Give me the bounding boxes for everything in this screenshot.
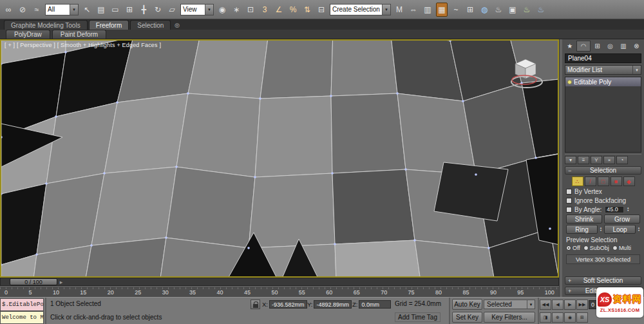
make-unique-icon[interactable]: Y [591, 156, 602, 164]
ignore-backfacing-row[interactable]: Ignore Backfacing [566, 196, 640, 204]
snap-toggle-3d-icon[interactable]: 3 [259, 3, 270, 17]
polygon-mode-icon[interactable]: ■ [611, 176, 622, 186]
by-angle-row[interactable]: By Angle: 45.0 [566, 205, 640, 213]
key-mode-dropdown[interactable]: Selected [484, 300, 535, 309]
pin-stack-icon[interactable]: ▾ [565, 156, 576, 164]
motion-tab-icon[interactable]: ◎ [604, 41, 616, 52]
spinner-snap-icon[interactable]: ⇅ [301, 3, 313, 17]
material-editor-icon[interactable]: ◍ [478, 3, 490, 17]
transport-button-0[interactable]: ◀◀ [540, 300, 551, 310]
vertex-mode-icon[interactable]: ∴ [572, 176, 583, 186]
x-value[interactable]: -936.582mm [269, 300, 307, 309]
x-coordinate-field[interactable]: X: -936.582mm [262, 300, 307, 309]
modify-tab-icon[interactable]: ◠ [576, 41, 590, 52]
selection-region-icon[interactable]: ▭ [109, 3, 121, 17]
select-scale-icon[interactable]: ▱ [166, 3, 178, 17]
ring-button[interactable]: Ring [566, 225, 598, 234]
radio-icon[interactable] [566, 245, 571, 251]
radio-icon[interactable] [612, 245, 618, 251]
angle-value-field[interactable]: 45.0 [605, 206, 624, 213]
keyboard-override-icon[interactable]: ⊡ [245, 3, 256, 17]
time-slider[interactable]: 0 / 100 [0, 278, 559, 286]
select-by-name-icon[interactable]: ▤ [95, 3, 107, 17]
nav-button-1[interactable]: ⊕ [552, 312, 564, 323]
percent-snap-icon[interactable]: % [287, 3, 299, 17]
z-coordinate-field[interactable]: Z: 0.0mm [352, 300, 391, 309]
window-crossing-icon[interactable]: ⊞ [124, 3, 135, 17]
ribbon-tab-graphite-modeling-tools[interactable]: Graphite Modeling Tools [4, 20, 88, 30]
nav-button-2[interactable]: ◉ [564, 312, 576, 323]
grow-button[interactable]: Grow [604, 214, 640, 224]
transport-button-2[interactable]: ▶ [564, 300, 576, 310]
add-time-tag[interactable]: Add Time Tag [395, 312, 440, 322]
ribbon-tab-freeform[interactable]: Freeform [89, 20, 129, 30]
modifier-stack[interactable]: Editable Poly [565, 77, 641, 153]
time-slider-next-icon[interactable] [57, 278, 65, 285]
time-slider-handle[interactable]: 0 / 100 [10, 278, 57, 285]
track-bar[interactable]: 0510152025303540455055606570758085909510… [0, 286, 559, 297]
viewport-label[interactable]: [ + ] [ Perspective ] [ Smooth + Highlig… [5, 42, 161, 48]
viewport[interactable]: [ + ] [ Perspective ] [ Smooth + Highlig… [0, 39, 559, 278]
render-iterative-icon[interactable]: ♨ [535, 3, 547, 17]
edge-mode-icon[interactable]: / [585, 176, 596, 186]
select-manipulate-icon[interactable]: ∗ [231, 3, 242, 17]
radio-icon[interactable] [583, 245, 589, 251]
create-tab-icon[interactable]: ★ [564, 41, 576, 52]
border-mode-icon[interactable]: □ [598, 176, 609, 186]
remove-modifier-icon[interactable]: × [603, 156, 615, 164]
rollout-soft-selection[interactable]: +Soft Selection [565, 276, 641, 285]
curve-editor-icon[interactable]: ~ [450, 3, 462, 17]
transport-button-3[interactable]: ▶▶ [576, 300, 588, 310]
align-icon[interactable]: ⇔ [408, 3, 419, 17]
graphite-ribbon-toggle-icon[interactable]: ▦ [436, 3, 448, 17]
element-mode-icon[interactable]: ◆ [623, 176, 635, 186]
maxscript-macro-box[interactable]: $.EditablePoly. [0, 298, 44, 311]
mesh-svg[interactable] [1, 41, 558, 276]
hierarchy-tab-icon[interactable]: ⊞ [591, 41, 603, 52]
layer-manager-icon[interactable]: ▥ [422, 3, 433, 17]
rollout-selection[interactable]: − Selection [565, 166, 641, 175]
selection-filter-dropdown[interactable]: All [45, 4, 79, 15]
modifier-stack-row[interactable]: Editable Poly [565, 77, 641, 86]
loop-button[interactable]: Loop [604, 225, 636, 234]
z-value[interactable]: 0.0mm [359, 300, 391, 309]
unlink-selection-icon[interactable]: ⊘ [17, 3, 28, 17]
angle-spinner[interactable] [627, 207, 629, 212]
set-key-button[interactable]: Set Key [452, 312, 482, 323]
show-end-result-icon[interactable]: ≡ [578, 156, 589, 164]
named-selection-sets-icon[interactable]: ⊟ [316, 3, 327, 17]
y-coordinate-field[interactable]: Y: -4892.89mm [307, 300, 352, 309]
nav-button-0[interactable]: ◨ [540, 312, 551, 323]
display-tab-icon[interactable]: ▥ [617, 41, 629, 52]
bind-to-spacewarp-icon[interactable]: ≈ [31, 3, 43, 17]
rendered-frame-icon[interactable]: ▣ [507, 3, 518, 17]
object-name-field[interactable]: Plane04 [565, 53, 641, 63]
ribbon-tab-selection[interactable]: Selection [130, 20, 171, 30]
use-pivot-center-icon[interactable]: ◉ [216, 3, 228, 17]
named-selection-set-dropdown[interactable]: Create Selection Se [330, 4, 391, 15]
configure-modifier-icon[interactable]: ◔ [616, 156, 628, 164]
ring-spinner[interactable] [600, 227, 602, 232]
ribbon-subtab-polydraw[interactable]: PolyDraw [6, 30, 50, 39]
ribbon-minimize-icon[interactable]: ◎ [172, 21, 182, 30]
utilities-tab-icon[interactable]: ⊗ [630, 41, 643, 52]
by-angle-checkbox[interactable] [566, 207, 572, 213]
render-setup-icon[interactable]: ♨ [493, 3, 504, 17]
select-object-icon[interactable]: ↖ [81, 3, 93, 17]
schematic-view-icon[interactable]: ⊞ [464, 3, 476, 17]
nav-button-3[interactable]: ⊞ [576, 312, 588, 323]
by-vertex-checkbox[interactable] [566, 189, 572, 195]
select-rotate-icon[interactable]: ↻ [152, 3, 164, 17]
by-vertex-row[interactable]: By Vertex [566, 187, 640, 195]
preview-option-subobj[interactable]: SubObj [583, 245, 609, 251]
selection-lock-icon[interactable] [251, 300, 260, 309]
y-value[interactable]: -4892.89mm [314, 300, 352, 309]
select-move-icon[interactable]: ╋ [138, 3, 149, 17]
shrink-button[interactable]: Shrink [566, 214, 602, 224]
ref-coordsys-dropdown[interactable]: View [180, 4, 214, 15]
angle-snap-icon[interactable]: ∠ [273, 3, 285, 17]
mirror-icon[interactable]: M [393, 3, 405, 17]
preview-option-multi[interactable]: Multi [612, 245, 631, 251]
ignore-backfacing-checkbox[interactable] [566, 198, 572, 204]
ribbon-subtab-paint-deform[interactable]: Paint Deform [52, 30, 106, 39]
